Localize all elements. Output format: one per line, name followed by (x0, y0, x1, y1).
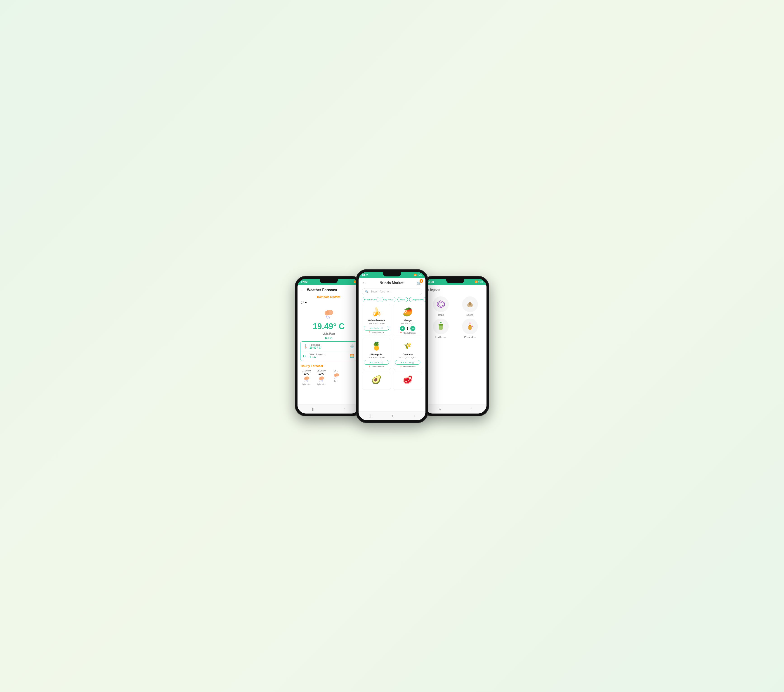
status-icons-right: 📶 50% (475, 281, 483, 283)
nav-menu-left[interactable]: ||| (312, 407, 315, 411)
pesticides-icon (466, 322, 474, 331)
input-item-pesticides[interactable]: Pesticides (456, 319, 483, 339)
product-img-pineapple: 🍍 (369, 340, 384, 352)
product-price-banana: UGX 5,000 - 9,000 (364, 322, 389, 325)
status-bar-center: 08:31 📶 45% (359, 272, 425, 278)
wind-speed-label: Wind Speed : (310, 353, 350, 356)
svg-line-12 (320, 380, 320, 382)
wind-icon: B (303, 354, 310, 358)
input-item-seeds[interactable]: Seeds (456, 296, 483, 316)
category-fresh-food[interactable]: Fresh Food (362, 297, 379, 302)
svg-line-8 (306, 380, 306, 382)
market-header: ← Ntinda Market 🛒 3 (359, 278, 425, 287)
svg-line-4 (329, 316, 330, 318)
category-vegetables[interactable]: Vegetables (409, 297, 425, 302)
hourly-title: Hourly Forecast (298, 362, 360, 368)
wind-speed-row: B Wind Speed : 1 m/s 🌅 (300, 351, 357, 361)
add-to-cart-cassava[interactable]: Add To Cart 🛒 (395, 360, 420, 365)
fertilizers-label: Fertilizers (435, 336, 446, 339)
traps-circle (433, 296, 449, 312)
svg-point-36 (440, 322, 441, 323)
list-item: 09... lig... (331, 370, 342, 385)
feels-like-value: 19.49 ° C (310, 346, 350, 349)
svg-line-18 (336, 377, 336, 379)
qty-decrease-mango[interactable]: − (410, 326, 415, 331)
product-card-mango: 🥭 Mango UGX 500 - 2,000 + 3 − 📍 Ntinda M… (393, 304, 422, 336)
hourly-temp-0: 19°C (301, 372, 312, 375)
qty-control-mango: + 3 − (395, 326, 420, 331)
market-phone-screen: 08:31 📶 45% ← Ntinda Market 🛒 3 (359, 272, 425, 420)
hourly-list: 07:00:00 19°C light rain 08:00:00 (298, 368, 360, 386)
search-bar[interactable]: 🔍 Search food item (362, 288, 422, 295)
hourly-temp-1: 19°C (316, 372, 327, 375)
wind-speed-info: Wind Speed : 1 m/s (310, 353, 350, 359)
svg-line-14 (322, 380, 323, 382)
back-button-left[interactable]: ← (301, 288, 305, 292)
seeds-circle (462, 296, 478, 312)
fertilizers-circle (433, 319, 449, 334)
product-price-pineapple: UGX 3,000 - 7,000 (364, 357, 389, 359)
cart-area[interactable]: 🛒 3 (417, 281, 422, 286)
pesticides-circle (462, 319, 478, 334)
notch-left (320, 279, 338, 283)
dropdown-icon[interactable]: ▾ (305, 301, 307, 305)
nav-home-left[interactable]: ○ (343, 407, 345, 411)
wind-visual-icon: 🌅 (350, 354, 354, 358)
qty-increase-mango[interactable]: + (400, 326, 405, 331)
product-card-banana: 🍌 Yellow banana UGX 5,000 - 9,000 Add To… (362, 304, 391, 336)
location-pineapple: 📍 Ntinda Market (364, 365, 389, 368)
product-name-banana: Yellow banana (364, 319, 389, 322)
product-price-mango: UGX 500 - 2,000 (395, 322, 420, 325)
notch-right (446, 279, 464, 283)
hourly-cloud-icon-2 (332, 372, 340, 379)
phone-center: 08:31 📶 45% ← Ntinda Market 🛒 3 (356, 269, 428, 423)
product-img-banana: 🍌 (369, 306, 384, 318)
nav-back-center[interactable]: ‹ (414, 414, 415, 418)
product-card-pineapple: 🍍 Pineapple UGX 3,000 - 7,000 Add To Car… (362, 338, 391, 370)
inputs-header: o inputs (424, 285, 486, 294)
inputs-phone-screen: 08:31 📶 50% o inputs (424, 279, 486, 413)
status-bar-right: 08:31 📶 50% (424, 279, 486, 285)
weather-screen: ← Weather Forecast Kampala District C° ▾ (298, 285, 360, 411)
feels-like-label: Feels like : (310, 344, 350, 346)
svg-line-13 (321, 380, 321, 382)
input-item-fertilizers[interactable]: Fertilizers (427, 319, 454, 339)
seeds-label: Seeds (466, 314, 473, 316)
input-item-traps[interactable]: Traps (427, 296, 454, 316)
nav-home-right[interactable]: ○ (439, 407, 441, 411)
home-area-center: ||| ○ ‹ (359, 411, 425, 420)
svg-rect-39 (468, 325, 471, 330)
product-name-cassava: Cassava (395, 353, 420, 356)
svg-rect-34 (438, 324, 443, 325)
inputs-title: o inputs (427, 288, 440, 292)
weather-header: ← Weather Forecast (298, 285, 360, 294)
traps-icon (436, 300, 445, 309)
phone-left: 07:42 📶 ← Weather Forecast Kampala Distr… (295, 276, 362, 416)
nav-home-center[interactable]: ○ (392, 414, 394, 418)
product-img-avocado: 🥑 (369, 374, 384, 385)
add-to-cart-banana[interactable]: Add To Cart 🛒 (364, 326, 389, 330)
nav-back-right[interactable]: ‹ (471, 407, 472, 411)
category-dry-food[interactable]: Dry Food (381, 297, 396, 302)
product-name-mango: Mango (395, 319, 420, 322)
svg-point-1 (324, 310, 329, 315)
search-input[interactable]: Search food item (371, 290, 391, 293)
hourly-cloud-icon-0 (302, 375, 310, 382)
pesticides-label: Pesticides (464, 336, 475, 339)
district-name: Kampala District (298, 294, 360, 299)
add-to-cart-pineapple[interactable]: Add To Cart 🛒 (364, 360, 389, 365)
svg-rect-40 (469, 325, 471, 326)
product-img-meat: 🥩 (400, 374, 415, 385)
product-price-cassava: UGX 2,000 - 4,000 (395, 357, 420, 359)
category-meat[interactable]: Meat (397, 297, 408, 302)
back-button-center[interactable]: ← (362, 281, 366, 285)
weather-icon-area (298, 306, 360, 321)
rain-section-title: Rain (298, 336, 360, 340)
seeds-icon (466, 300, 474, 309)
search-icon: 🔍 (365, 290, 369, 293)
categories-row: Fresh Food Dry Food Meat Vegetables (359, 297, 425, 304)
product-name-pineapple: Pineapple (364, 353, 389, 356)
svg-point-42 (469, 322, 471, 324)
temp-unit-selector[interactable]: C° ▾ (298, 299, 360, 306)
nav-menu-center[interactable]: ||| (369, 414, 371, 418)
